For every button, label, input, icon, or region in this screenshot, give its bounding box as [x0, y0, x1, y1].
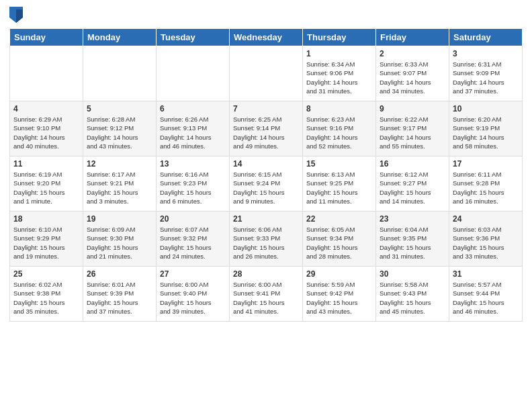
day-info: Sunrise: 6:34 AM Sunset: 9:06 PM Dayligh… — [306, 60, 372, 95]
day-number: 29 — [306, 269, 372, 279]
day-number: 4 — [13, 104, 79, 113]
day-info: Sunrise: 6:11 AM Sunset: 9:28 PM Dayligh… — [453, 170, 519, 205]
day-info: Sunrise: 6:01 AM Sunset: 9:39 PM Dayligh… — [87, 280, 152, 316]
calendar-header-row: SundayMondayTuesdayWednesdayThursdayFrid… — [10, 29, 523, 46]
day-info: Sunrise: 6:29 AM Sunset: 9:10 PM Dayligh… — [13, 115, 79, 150]
day-info: Sunrise: 6:23 AM Sunset: 9:16 PM Dayligh… — [306, 115, 372, 150]
day-info: Sunrise: 6:20 AM Sunset: 9:19 PM Dayligh… — [453, 115, 519, 150]
logo-icon — [9, 7, 23, 23]
day-number: 14 — [233, 159, 299, 169]
calendar-week-row: 25Sunrise: 6:02 AM Sunset: 9:38 PM Dayli… — [10, 267, 523, 322]
day-number: 13 — [160, 159, 226, 169]
calendar-cell: 5Sunrise: 6:28 AM Sunset: 9:12 PM Daylig… — [83, 101, 157, 156]
calendar-cell: 13Sunrise: 6:16 AM Sunset: 9:23 PM Dayli… — [157, 156, 230, 212]
calendar-cell: 29Sunrise: 5:59 AM Sunset: 9:42 PM Dayli… — [303, 267, 376, 322]
calendar-cell: 9Sunrise: 6:22 AM Sunset: 9:17 PM Daylig… — [376, 101, 449, 156]
calendar-cell: 28Sunrise: 6:00 AM Sunset: 9:41 PM Dayli… — [230, 267, 303, 322]
calendar-cell: 22Sunrise: 6:05 AM Sunset: 9:34 PM Dayli… — [303, 212, 376, 267]
day-info: Sunrise: 5:59 AM Sunset: 9:42 PM Dayligh… — [306, 280, 372, 316]
calendar-cell: 18Sunrise: 6:10 AM Sunset: 9:29 PM Dayli… — [10, 212, 83, 267]
day-info: Sunrise: 5:58 AM Sunset: 9:43 PM Dayligh… — [380, 280, 445, 316]
day-number: 12 — [87, 159, 152, 169]
day-info: Sunrise: 6:19 AM Sunset: 9:20 PM Dayligh… — [13, 170, 79, 205]
calendar-cell: 8Sunrise: 6:23 AM Sunset: 9:16 PM Daylig… — [303, 101, 376, 156]
day-info: Sunrise: 6:04 AM Sunset: 9:35 PM Dayligh… — [380, 225, 445, 261]
calendar-cell: 16Sunrise: 6:12 AM Sunset: 9:27 PM Dayli… — [376, 156, 449, 212]
day-number: 26 — [87, 269, 152, 279]
day-number: 10 — [453, 104, 519, 113]
day-info: Sunrise: 6:17 AM Sunset: 9:21 PM Dayligh… — [87, 170, 152, 205]
calendar-cell: 4Sunrise: 6:29 AM Sunset: 9:10 PM Daylig… — [10, 101, 83, 156]
day-number: 7 — [233, 104, 299, 113]
day-number: 25 — [13, 269, 79, 279]
day-info: Sunrise: 6:16 AM Sunset: 9:23 PM Dayligh… — [160, 170, 226, 205]
calendar-cell: 15Sunrise: 6:13 AM Sunset: 9:25 PM Dayli… — [303, 156, 376, 212]
day-number: 23 — [380, 214, 445, 224]
calendar-cell: 1Sunrise: 6:34 AM Sunset: 9:06 PM Daylig… — [303, 46, 376, 101]
calendar: SundayMondayTuesdayWednesdayThursdayFrid… — [9, 28, 523, 322]
calendar-day-header: Friday — [376, 29, 449, 46]
day-info: Sunrise: 6:00 AM Sunset: 9:41 PM Dayligh… — [233, 280, 299, 316]
day-number: 20 — [160, 214, 226, 224]
day-info: Sunrise: 6:13 AM Sunset: 9:25 PM Dayligh… — [306, 170, 372, 205]
day-number: 5 — [87, 104, 152, 113]
calendar-cell: 21Sunrise: 6:06 AM Sunset: 9:33 PM Dayli… — [230, 212, 303, 267]
calendar-day-header: Wednesday — [230, 29, 303, 46]
day-info: Sunrise: 6:33 AM Sunset: 9:07 PM Dayligh… — [380, 60, 445, 95]
calendar-week-row: 4Sunrise: 6:29 AM Sunset: 9:10 PM Daylig… — [10, 101, 523, 156]
day-info: Sunrise: 6:31 AM Sunset: 9:09 PM Dayligh… — [453, 60, 519, 95]
day-info: Sunrise: 6:22 AM Sunset: 9:17 PM Dayligh… — [380, 115, 445, 150]
calendar-cell: 31Sunrise: 5:57 AM Sunset: 9:44 PM Dayli… — [449, 267, 523, 322]
calendar-cell: 19Sunrise: 6:09 AM Sunset: 9:30 PM Dayli… — [83, 212, 157, 267]
day-info: Sunrise: 6:12 AM Sunset: 9:27 PM Dayligh… — [380, 170, 445, 205]
calendar-day-header: Monday — [83, 29, 157, 46]
calendar-day-header: Saturday — [449, 29, 523, 46]
day-number: 27 — [160, 269, 226, 279]
page-header — [9, 7, 523, 23]
calendar-cell: 7Sunrise: 6:25 AM Sunset: 9:14 PM Daylig… — [230, 101, 303, 156]
day-number: 28 — [233, 269, 299, 279]
calendar-day-header: Tuesday — [157, 29, 230, 46]
day-number: 30 — [380, 269, 445, 279]
logo — [9, 7, 24, 23]
calendar-cell — [83, 46, 157, 101]
day-number: 19 — [87, 214, 152, 224]
calendar-cell: 26Sunrise: 6:01 AM Sunset: 9:39 PM Dayli… — [83, 267, 157, 322]
day-number: 18 — [13, 214, 79, 224]
day-info: Sunrise: 6:05 AM Sunset: 9:34 PM Dayligh… — [306, 225, 372, 261]
day-number: 9 — [380, 104, 445, 113]
calendar-cell: 30Sunrise: 5:58 AM Sunset: 9:43 PM Dayli… — [376, 267, 449, 322]
day-info: Sunrise: 6:26 AM Sunset: 9:13 PM Dayligh… — [160, 115, 226, 150]
day-info: Sunrise: 6:15 AM Sunset: 9:24 PM Dayligh… — [233, 170, 299, 205]
day-info: Sunrise: 6:00 AM Sunset: 9:40 PM Dayligh… — [160, 280, 226, 316]
day-number: 17 — [453, 159, 519, 169]
svg-marker-1 — [16, 9, 23, 23]
day-info: Sunrise: 6:10 AM Sunset: 9:29 PM Dayligh… — [13, 225, 79, 261]
calendar-cell: 10Sunrise: 6:20 AM Sunset: 9:19 PM Dayli… — [449, 101, 523, 156]
day-number: 11 — [13, 159, 79, 169]
calendar-cell — [10, 46, 83, 101]
calendar-cell: 12Sunrise: 6:17 AM Sunset: 9:21 PM Dayli… — [83, 156, 157, 212]
calendar-cell: 2Sunrise: 6:33 AM Sunset: 9:07 PM Daylig… — [376, 46, 449, 101]
day-number: 15 — [306, 159, 372, 169]
calendar-cell — [157, 46, 230, 101]
day-number: 8 — [306, 104, 372, 113]
day-number: 3 — [453, 49, 519, 58]
calendar-week-row: 18Sunrise: 6:10 AM Sunset: 9:29 PM Dayli… — [10, 212, 523, 267]
day-info: Sunrise: 6:09 AM Sunset: 9:30 PM Dayligh… — [87, 225, 152, 261]
day-number: 31 — [453, 269, 519, 279]
day-number: 21 — [233, 214, 299, 224]
day-number: 1 — [306, 49, 372, 58]
day-number: 16 — [380, 159, 445, 169]
calendar-cell: 20Sunrise: 6:07 AM Sunset: 9:32 PM Dayli… — [157, 212, 230, 267]
calendar-day-header: Sunday — [10, 29, 83, 46]
day-info: Sunrise: 6:06 AM Sunset: 9:33 PM Dayligh… — [233, 225, 299, 261]
calendar-cell: 6Sunrise: 6:26 AM Sunset: 9:13 PM Daylig… — [157, 101, 230, 156]
calendar-cell: 3Sunrise: 6:31 AM Sunset: 9:09 PM Daylig… — [449, 46, 523, 101]
calendar-week-row: 11Sunrise: 6:19 AM Sunset: 9:20 PM Dayli… — [10, 156, 523, 212]
day-number: 6 — [160, 104, 226, 113]
calendar-cell: 11Sunrise: 6:19 AM Sunset: 9:20 PM Dayli… — [10, 156, 83, 212]
calendar-cell: 24Sunrise: 6:03 AM Sunset: 9:36 PM Dayli… — [449, 212, 523, 267]
calendar-cell: 27Sunrise: 6:00 AM Sunset: 9:40 PM Dayli… — [157, 267, 230, 322]
calendar-cell: 25Sunrise: 6:02 AM Sunset: 9:38 PM Dayli… — [10, 267, 83, 322]
